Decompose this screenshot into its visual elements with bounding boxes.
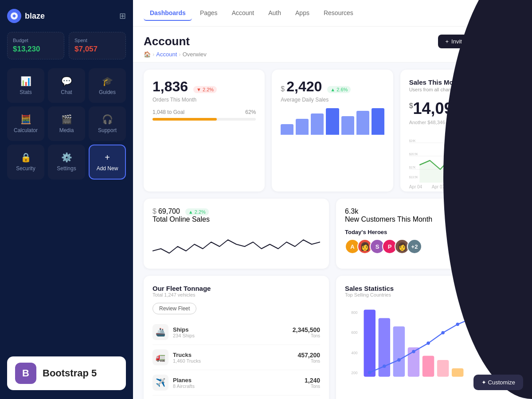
media-icon: 🎬 bbox=[61, 114, 72, 125]
sidebar-grid: 📊 Stats 💬 Chat 🎓 Guides 🧮 Calculator 🎬 M… bbox=[7, 68, 126, 180]
add-new-icon: + bbox=[105, 153, 110, 163]
logo-text: blaze bbox=[25, 12, 45, 21]
daily-sales-value: 2,420 bbox=[286, 78, 322, 95]
logo-icon bbox=[7, 9, 21, 23]
daily-sales-badge: ▲ 2.6% bbox=[327, 86, 351, 93]
sales-stats-title: Sales Statistics bbox=[345, 285, 512, 292]
ships-unit: Tons bbox=[293, 333, 320, 338]
svg-point-26 bbox=[426, 341, 430, 345]
customize-button[interactable]: ✦ Customize bbox=[473, 375, 523, 390]
svg-rect-17 bbox=[393, 326, 405, 376]
sales-month-value: $14,094 bbox=[409, 99, 512, 118]
bar-4 bbox=[326, 108, 339, 135]
sidebar-item-support-label: Support bbox=[98, 127, 117, 133]
budget-card: Budget $13,230 bbox=[7, 32, 64, 59]
svg-text:600: 600 bbox=[351, 330, 357, 335]
sidebar-item-stats[interactable]: 📊 Stats bbox=[7, 68, 44, 103]
breadcrumb: 🏠 › Account › Overwiev bbox=[144, 51, 521, 58]
tab-auth[interactable]: Auth bbox=[262, 6, 287, 21]
main-content: Dashboards Pages Account Auth Apps Resou… bbox=[133, 0, 532, 399]
dashboard-content: 1,836 ▼ 2.2% Orders This Month 1,048 to … bbox=[133, 63, 532, 399]
stats-row-2: $ 69,700 ▲ 2.2% Total Online Sales 6.3k … bbox=[144, 199, 521, 269]
sidebar-item-add-new[interactable]: + Add New bbox=[89, 145, 126, 180]
page-header: Account + Invite Create App 🏠 › Account … bbox=[133, 27, 532, 63]
sidebar-item-calculator-label: Calculator bbox=[14, 127, 38, 133]
spent-label: Spent bbox=[74, 38, 120, 43]
svg-point-22 bbox=[368, 371, 372, 374]
sidebar-item-media-label: Media bbox=[59, 127, 74, 133]
chart-label-4: Apr 13 bbox=[477, 184, 490, 189]
svg-point-1 bbox=[489, 11, 494, 15]
svg-rect-15 bbox=[364, 310, 376, 377]
orders-card: 1,836 ▼ 2.2% Orders This Month 1,048 to … bbox=[144, 70, 265, 192]
planes-name: Planes bbox=[173, 377, 195, 383]
page-title: Account bbox=[144, 35, 190, 48]
trucks-name: Trucks bbox=[173, 352, 201, 358]
trucks-value: 457,200 bbox=[297, 352, 320, 359]
sidebar-item-media[interactable]: 🎬 Media bbox=[48, 106, 85, 141]
sales-month-prefix: $ bbox=[409, 102, 413, 110]
nav-right: U bbox=[484, 5, 521, 21]
online-sales-label: Total Online Sales bbox=[153, 215, 320, 223]
spent-value: $7,057 bbox=[74, 45, 120, 54]
svg-rect-19 bbox=[422, 356, 434, 376]
sales-stats-subtitle: Top Selling Countries bbox=[345, 292, 512, 297]
tab-apps[interactable]: Apps bbox=[289, 6, 316, 21]
sidebar-item-security-label: Security bbox=[16, 165, 35, 172]
budget-label: Budget bbox=[13, 38, 59, 43]
orders-label: Orders This Month bbox=[153, 97, 256, 103]
bar-5 bbox=[341, 116, 354, 135]
sidebar: blaze ⊞ Budget $13,230 Spent $7,057 📊 St… bbox=[0, 0, 133, 399]
tab-account[interactable]: Account bbox=[226, 6, 261, 21]
user-avatar[interactable]: U bbox=[505, 5, 521, 21]
daily-sales-card: $ 2,420 ▲ 2.6% Average Daily Sales bbox=[272, 70, 393, 192]
goal-text: Another $48,346 to Goal bbox=[409, 120, 512, 125]
menu-icon[interactable]: ⊞ bbox=[119, 11, 126, 21]
sidebar-item-security[interactable]: 🔒 Security bbox=[7, 145, 44, 180]
bar-1 bbox=[281, 124, 293, 135]
bar-7 bbox=[372, 108, 384, 135]
guides-icon: 🎓 bbox=[102, 76, 113, 86]
svg-point-28 bbox=[456, 323, 459, 326]
sidebar-item-chat-label: Chat bbox=[61, 89, 72, 95]
sidebar-item-settings[interactable]: ⚙️ Settings bbox=[48, 145, 85, 180]
bootstrap-badge: B Bootstrap 5 bbox=[7, 356, 126, 390]
online-sales-value: 69,700 bbox=[158, 207, 180, 215]
progress-goal-text: 1,048 to Goal bbox=[153, 109, 184, 115]
fleet-item-planes: ✈️ Planes 8 Aircrafts 1,240 Tons bbox=[153, 370, 320, 395]
stats-icon: 📊 bbox=[20, 76, 31, 86]
sidebar-item-support[interactable]: 🎧 Support bbox=[89, 106, 126, 141]
heroes-avatars: A 👩 S P 👩 +2 bbox=[345, 239, 512, 254]
online-sales-badge: ▲ 2.2% bbox=[185, 208, 209, 215]
svg-text:100%: 100% bbox=[506, 309, 512, 314]
svg-text:800: 800 bbox=[351, 310, 357, 315]
review-fleet-button[interactable]: Review Fleet bbox=[153, 303, 196, 314]
breadcrumb-account[interactable]: Account bbox=[156, 51, 177, 58]
bootstrap-label: Bootstrap 5 bbox=[43, 368, 97, 379]
svg-text:80%: 80% bbox=[506, 330, 512, 335]
tab-resources[interactable]: Resources bbox=[317, 6, 360, 21]
tab-dashboards[interactable]: Dashboards bbox=[144, 6, 192, 21]
hero-more: +2 bbox=[407, 239, 422, 254]
bar-3 bbox=[311, 113, 324, 135]
search-button[interactable] bbox=[484, 5, 500, 21]
svg-text:$17K: $17K bbox=[409, 165, 416, 169]
sidebar-item-guides[interactable]: 🎓 Guides bbox=[89, 68, 126, 103]
invite-button[interactable]: + Invite bbox=[438, 35, 472, 48]
sales-month-title: Sales This Months bbox=[409, 78, 512, 86]
calculator-icon: 🧮 bbox=[20, 114, 31, 125]
breadcrumb-current: Overwiev bbox=[183, 51, 207, 58]
topnav: Dashboards Pages Account Auth Apps Resou… bbox=[133, 0, 532, 27]
new-customers-card: 6.3k New Customers This Month Today's He… bbox=[336, 199, 521, 269]
chart-labels: Apr 04 Apr 07 Apr 10 Apr 13 Apr 16 bbox=[409, 184, 512, 189]
planes-icon: ✈️ bbox=[153, 375, 168, 391]
create-app-button[interactable]: Create App bbox=[477, 35, 521, 48]
bar-6 bbox=[356, 111, 369, 135]
fleet-row: Our Fleet Tonnage Total 1,247 vehicles R… bbox=[144, 276, 521, 399]
chart-label-2: Apr 07 bbox=[432, 184, 445, 189]
tab-pages[interactable]: Pages bbox=[194, 6, 224, 21]
sidebar-item-calculator[interactable]: 🧮 Calculator bbox=[7, 106, 44, 141]
chat-icon: 💬 bbox=[61, 76, 72, 86]
fleet-item-trains: 🚂 Trains 804,300 bbox=[153, 395, 320, 399]
sidebar-item-chat[interactable]: 💬 Chat bbox=[48, 68, 85, 103]
